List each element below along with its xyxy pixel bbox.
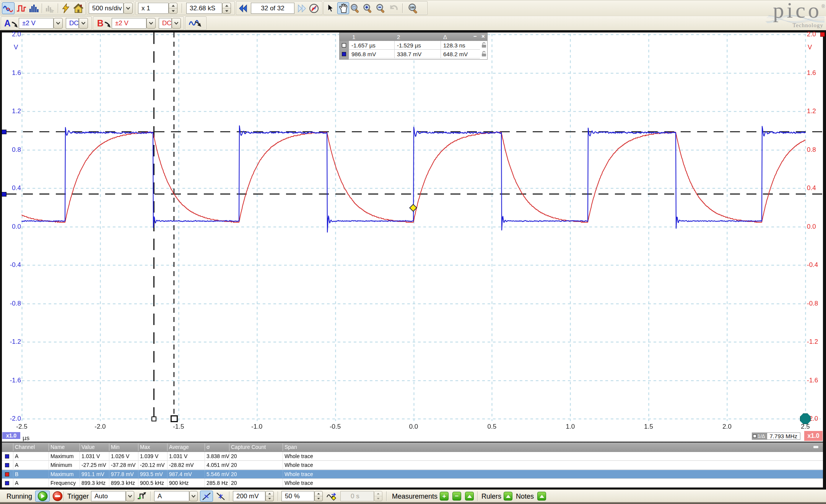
voltage-ruler-handle-2[interactable] bbox=[2, 192, 7, 197]
zoom-factor-spinner[interactable] bbox=[169, 3, 177, 14]
trigger-source-select[interactable]: A bbox=[154, 491, 189, 501]
undo-zoom-button[interactable] bbox=[388, 2, 400, 14]
trigger-level-spinner[interactable] bbox=[265, 491, 274, 501]
spectrum-view-button[interactable] bbox=[28, 2, 40, 14]
measurements-col-header[interactable]: Average bbox=[169, 444, 189, 450]
spin-down-icon[interactable] bbox=[315, 496, 322, 501]
channel-b-coupling-dropdown[interactable] bbox=[172, 18, 181, 29]
channel-a-range-dropdown[interactable] bbox=[54, 18, 63, 29]
measurement-row[interactable]: AMaximum1.031 V1.026 V1.039 V1.031 V3.83… bbox=[2, 452, 823, 461]
buffer-position-input[interactable]: 32 of 32 bbox=[251, 3, 294, 14]
pointer-tool-button[interactable] bbox=[325, 2, 336, 14]
channel-a-range-select[interactable]: ±2 V bbox=[19, 18, 54, 29]
measurements-collapse-button[interactable] bbox=[813, 446, 818, 448]
ruler-legend[interactable]: 1 2 Δ − × -1.657 µs -1.529 µs 128.3 ns 9… bbox=[339, 33, 488, 60]
channel-a-probe-icon[interactable] bbox=[11, 21, 19, 28]
measurements-col-header[interactable]: Max bbox=[140, 444, 150, 450]
measurements-col-header[interactable]: Name bbox=[50, 444, 65, 450]
auto-setup-button[interactable] bbox=[59, 2, 72, 14]
spin-up-icon[interactable] bbox=[169, 3, 177, 8]
remove-measurement-button[interactable]: − bbox=[452, 492, 461, 501]
ruler-legend-close-button[interactable]: × bbox=[481, 33, 485, 39]
ruler-legend-minimize-button[interactable]: − bbox=[473, 33, 477, 39]
trigger-marker-button[interactable] bbox=[325, 491, 338, 502]
spin-up-icon[interactable] bbox=[266, 491, 273, 496]
measurement-row[interactable]: AMinimum-27.25 mV-37.28 mV-20.12 mV-28.8… bbox=[2, 461, 823, 470]
channel-a-coupling-dropdown[interactable] bbox=[79, 18, 88, 29]
zoom-in-button[interactable] bbox=[362, 2, 374, 14]
measurements-col-header[interactable]: Value bbox=[81, 444, 95, 450]
spin-down-icon[interactable] bbox=[223, 8, 231, 13]
spin-down-icon[interactable] bbox=[266, 496, 273, 501]
column-divider bbox=[229, 479, 229, 488]
measurement-row[interactable]: AFrequency899.3 kHz899.3 kHz900.5 kHz900… bbox=[2, 479, 823, 488]
advanced-view-button[interactable] bbox=[44, 2, 56, 14]
channel-b-coupling-select[interactable]: DC bbox=[159, 18, 172, 29]
ruler-time-delta: 128.3 ns bbox=[441, 41, 480, 50]
zoom-out-button[interactable] bbox=[375, 2, 387, 14]
trigger-source-dropdown[interactable] bbox=[189, 491, 198, 501]
buffer-navigator-button[interactable] bbox=[307, 2, 320, 14]
measurements-col-header[interactable]: σ bbox=[206, 444, 210, 450]
waveform-canvas[interactable] bbox=[0, 33, 826, 441]
ruler-panel-button[interactable] bbox=[504, 492, 512, 501]
column-divider bbox=[167, 444, 167, 451]
sample-count-spinner[interactable] bbox=[222, 3, 231, 14]
spin-down-icon[interactable] bbox=[169, 8, 177, 13]
post-trigger-delay-spinner[interactable] bbox=[374, 491, 382, 501]
x-zoom-badge-right[interactable]: x1.0 bbox=[804, 431, 823, 441]
post-trigger-delay-input[interactable]: 0 s bbox=[340, 491, 374, 501]
measurements-col-header[interactable]: Span bbox=[285, 444, 297, 450]
channel-a-coupling-select[interactable]: DC bbox=[66, 18, 79, 29]
measurement-cell-capture_count: 20 bbox=[231, 453, 237, 459]
channel-b-range-dropdown[interactable] bbox=[146, 18, 156, 29]
next-buffer-button[interactable] bbox=[296, 2, 307, 14]
column-divider bbox=[80, 470, 80, 479]
home-button[interactable] bbox=[72, 2, 85, 14]
channel-b-range-select[interactable]: ±2 V bbox=[112, 18, 146, 29]
measurement-panel-button[interactable] bbox=[465, 492, 474, 501]
start-capture-button[interactable] bbox=[35, 491, 50, 502]
previous-buffer-button[interactable] bbox=[237, 2, 249, 14]
notes-panel-button[interactable] bbox=[537, 492, 546, 501]
measurements-col-header[interactable]: Capture Count bbox=[231, 444, 266, 450]
time-ruler-handle-2[interactable] bbox=[171, 415, 178, 422]
channel-b-probe-icon[interactable] bbox=[104, 21, 112, 28]
sample-count-input[interactable]: 32.68 kS bbox=[186, 3, 222, 14]
zoom-factor-input[interactable]: x 1 bbox=[138, 3, 169, 14]
signal-generator-button[interactable] bbox=[187, 17, 205, 29]
measurement-row[interactable]: BMaximum991.1 mV977.8 mV993.5 mV987.4 mV… bbox=[2, 470, 823, 479]
voltage-ruler-handle-1[interactable] bbox=[2, 130, 7, 134]
spin-up-icon[interactable] bbox=[315, 491, 322, 496]
y-axis-left-tick: 1.2 bbox=[6, 108, 21, 114]
x-zoom-badge-left[interactable]: x1.0 bbox=[2, 432, 20, 439]
measurement-cell-channel: A bbox=[15, 462, 18, 468]
chevron-down-icon bbox=[191, 495, 196, 498]
spin-up-icon[interactable] bbox=[223, 3, 231, 8]
scope-view-button[interactable] bbox=[2, 2, 15, 14]
persistence-view-button[interactable] bbox=[15, 2, 28, 14]
rising-edge-button[interactable] bbox=[200, 491, 213, 502]
stop-capture-button[interactable] bbox=[50, 491, 65, 502]
time-ruler-swatch bbox=[342, 43, 346, 47]
measurements-col-header[interactable]: Min bbox=[111, 444, 120, 450]
trigger-level-input[interactable]: 200 mV bbox=[233, 491, 265, 501]
time-ruler-handle-1[interactable] bbox=[151, 416, 156, 421]
pre-trigger-input[interactable]: 50 % bbox=[281, 491, 314, 501]
pre-trigger-spinner[interactable] bbox=[314, 491, 323, 501]
status-separator bbox=[386, 491, 387, 501]
timebase-select[interactable]: 500 ns/div bbox=[89, 3, 124, 14]
trigger-mode-select[interactable]: Auto bbox=[91, 491, 126, 501]
falling-edge-button[interactable] bbox=[214, 491, 227, 502]
zoom-100-button[interactable]: 100 bbox=[406, 2, 421, 14]
measurements-col-header[interactable]: Channel bbox=[15, 444, 35, 450]
advanced-trigger-button[interactable] bbox=[135, 491, 148, 502]
channel-b-ruler-handle[interactable] bbox=[820, 32, 825, 37]
add-measurement-button[interactable]: + bbox=[440, 492, 449, 501]
lock-icon[interactable] bbox=[481, 51, 486, 57]
hand-tool-button[interactable] bbox=[337, 2, 349, 14]
trigger-mode-dropdown[interactable] bbox=[126, 491, 134, 501]
marquee-zoom-button[interactable] bbox=[350, 2, 361, 14]
timebase-dropdown-button[interactable] bbox=[124, 3, 133, 14]
lock-icon[interactable] bbox=[481, 42, 486, 48]
